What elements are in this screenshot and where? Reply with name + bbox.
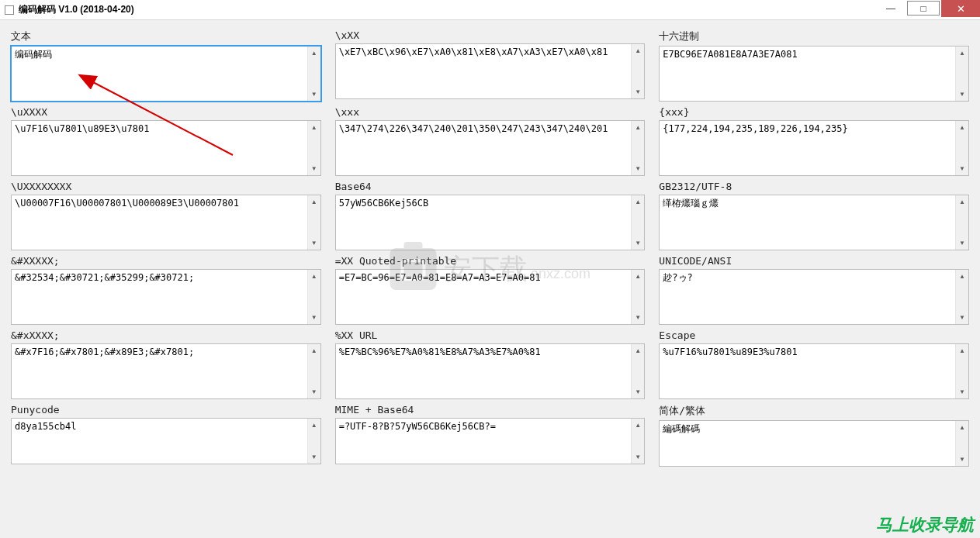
panel-trad: 简体/繁体 編碼解碼 ▲▼ — [659, 402, 969, 467]
scrollbar[interactable]: ▲▼ — [631, 44, 644, 98]
scrollbar[interactable]: ▲▼ — [955, 270, 968, 324]
value-gb2312[interactable]: 缂栫爜瑙ｇ爜 — [660, 195, 955, 250]
textarea-enthex[interactable]: &#x7F16;&#x7801;&#x89E3;&#x7801; ▲▼ — [11, 343, 321, 399]
scroll-up-icon[interactable]: ▲ — [308, 419, 320, 432]
window-controls: — □ ✕ — [874, 0, 980, 17]
scroll-up-icon[interactable]: ▲ — [308, 121, 320, 134]
scroll-down-icon[interactable]: ▼ — [308, 236, 320, 250]
minimize-button[interactable]: — — [874, 0, 907, 17]
scrollbar[interactable]: ▲▼ — [631, 121, 644, 175]
scroll-down-icon[interactable]: ▼ — [956, 453, 968, 466]
textarea-hex16[interactable]: E7BC96E7A081E8A7A3E7A081 ▲▼ — [659, 46, 969, 102]
scrollbar[interactable]: ▲▼ — [631, 344, 644, 398]
textarea-trad[interactable]: 編碼解碼 ▲▼ — [659, 420, 969, 467]
scrollbar[interactable]: ▲▼ — [955, 344, 968, 398]
scroll-up-icon[interactable]: ▲ — [956, 421, 968, 434]
textarea-qp[interactable]: =E7=BC=96=E7=A0=81=E8=A7=A3=E7=A0=81 ▲▼ — [335, 269, 646, 325]
scrollbar[interactable]: ▲▼ — [307, 47, 320, 101]
scroll-down-icon[interactable]: ▼ — [632, 311, 644, 324]
textarea-u8[interactable]: \U00007F16\U00007801\U000089E3\U00007801… — [11, 195, 321, 250]
label-unicode: UNICODE/ANSI — [659, 253, 969, 269]
textarea-bytes[interactable]: {177,224,194,235,189,226,194,235} ▲▼ — [659, 120, 969, 176]
scroll-up-icon[interactable]: ▲ — [632, 44, 644, 57]
scrollbar[interactable]: ▲▼ — [307, 195, 320, 250]
scroll-down-icon[interactable]: ▼ — [632, 85, 644, 98]
label-puny: Punycode — [11, 402, 321, 418]
scroll-down-icon[interactable]: ▼ — [308, 385, 320, 398]
scrollbar[interactable]: ▲▼ — [307, 270, 320, 324]
scroll-down-icon[interactable]: ▼ — [632, 385, 644, 398]
scroll-down-icon[interactable]: ▼ — [308, 162, 320, 175]
value-u4[interactable]: \u7F16\u7801\u89E3\u7801 — [12, 121, 307, 175]
maximize-button[interactable]: □ — [907, 1, 940, 16]
scroll-up-icon[interactable]: ▲ — [308, 344, 320, 357]
label-trad: 简体/繁体 — [659, 402, 969, 420]
scroll-down-icon[interactable]: ▼ — [308, 311, 320, 324]
value-base64[interactable]: 57yW56CB6Kej56CB — [336, 195, 632, 250]
scrollbar[interactable]: ▲▼ — [955, 121, 968, 175]
value-xhex[interactable]: \xE7\xBC\x96\xE7\xA0\x81\xE8\xA7\xA3\xE7… — [336, 44, 632, 98]
textarea-url[interactable]: %E7%BC%96%E7%A0%81%E8%A7%A3%E7%A0%81 ▲▼ — [335, 343, 646, 399]
scrollbar[interactable]: ▲▼ — [631, 195, 644, 250]
textarea-entdec[interactable]: &#32534;&#30721;&#35299;&#30721; ▲▼ — [11, 269, 321, 325]
scroll-up-icon[interactable]: ▲ — [308, 270, 320, 283]
scroll-down-icon[interactable]: ▼ — [956, 311, 968, 324]
value-mime[interactable]: =?UTF-8?B?57yW56CB6Kej56CB?= — [336, 419, 632, 464]
value-u8[interactable]: \U00007F16\U00007801\U000089E3\U00007801 — [12, 195, 307, 250]
scroll-up-icon[interactable]: ▲ — [632, 419, 644, 432]
value-url[interactable]: %E7%BC%96%E7%A0%81%E8%A7%A3%E7%A0%81 — [336, 344, 632, 398]
scrollbar[interactable]: ▲▼ — [631, 419, 644, 464]
textarea-puny[interactable]: d8ya155cb4l ▲▼ — [11, 418, 321, 464]
textarea-base64[interactable]: 57yW56CB6Kej56CB ▲▼ — [335, 195, 646, 250]
textarea-u4[interactable]: \u7F16\u7801\u89E3\u7801 ▲▼ — [11, 120, 321, 176]
textarea-octal[interactable]: \347\274\226\347\240\201\350\247\243\347… — [335, 120, 646, 176]
scroll-up-icon[interactable]: ▲ — [308, 47, 320, 60]
scroll-up-icon[interactable]: ▲ — [632, 121, 644, 134]
scrollbar[interactable]: ▲▼ — [631, 270, 644, 324]
value-bytes[interactable]: {177,224,194,235,189,226,194,235} — [660, 121, 955, 175]
close-button[interactable]: ✕ — [941, 0, 980, 17]
scroll-up-icon[interactable]: ▲ — [632, 195, 644, 209]
value-qp[interactable]: =E7=BC=96=E7=A0=81=E8=A7=A3=E7=A0=81 — [336, 270, 632, 324]
scroll-down-icon[interactable]: ▼ — [956, 162, 968, 175]
scrollbar[interactable]: ▲▼ — [307, 344, 320, 398]
textarea-mime[interactable]: =?UTF-8?B?57yW56CB6Kej56CB?= ▲▼ — [335, 418, 646, 464]
scroll-down-icon[interactable]: ▼ — [632, 162, 644, 175]
scroll-up-icon[interactable]: ▲ — [956, 270, 968, 283]
window-titlebar: 编码解码 V1.0 (2018-04-20) — □ ✕ — [0, 0, 980, 20]
scroll-up-icon[interactable]: ▲ — [632, 270, 644, 283]
scroll-up-icon[interactable]: ▲ — [308, 195, 320, 209]
scroll-down-icon[interactable]: ▼ — [308, 450, 320, 464]
value-entdec[interactable]: &#32534;&#30721;&#35299;&#30721; — [12, 270, 307, 324]
scroll-down-icon[interactable]: ▼ — [632, 450, 644, 464]
textarea-xhex[interactable]: \xE7\xBC\x96\xE7\xA0\x81\xE8\xA7\xA3\xE7… — [335, 43, 646, 99]
scroll-down-icon[interactable]: ▼ — [632, 236, 644, 250]
scroll-down-icon[interactable]: ▼ — [956, 88, 968, 101]
scrollbar[interactable]: ▲▼ — [307, 121, 320, 175]
value-enthex[interactable]: &#x7F16;&#x7801;&#x89E3;&#x7801; — [12, 344, 307, 398]
scrollbar[interactable]: ▲▼ — [955, 47, 968, 101]
scroll-up-icon[interactable]: ▲ — [956, 121, 968, 134]
scroll-up-icon[interactable]: ▲ — [632, 344, 644, 357]
scroll-up-icon[interactable]: ▲ — [956, 344, 968, 357]
value-escape[interactable]: %u7F16%u7801%u89E3%u7801 — [660, 344, 955, 398]
textarea-text[interactable]: 编码解码 ▲▼ — [11, 46, 321, 102]
value-unicode[interactable]: 赻?ゥ? — [660, 270, 955, 324]
scroll-down-icon[interactable]: ▼ — [956, 385, 968, 398]
value-puny[interactable]: d8ya155cb4l — [12, 419, 307, 464]
value-text[interactable]: 编码解码 — [12, 47, 307, 101]
scrollbar[interactable]: ▲▼ — [955, 421, 968, 466]
textarea-gb2312[interactable]: 缂栫爜瑙ｇ爜 ▲▼ — [659, 195, 969, 250]
textarea-unicode[interactable]: 赻?ゥ? ▲▼ — [659, 269, 969, 325]
scroll-down-icon[interactable]: ▼ — [308, 88, 320, 101]
label-url: %XX URL — [335, 328, 646, 343]
scroll-down-icon[interactable]: ▼ — [956, 236, 968, 250]
scrollbar[interactable]: ▲▼ — [307, 419, 320, 464]
value-hex16[interactable]: E7BC96E7A081E8A7A3E7A081 — [660, 47, 955, 101]
scroll-up-icon[interactable]: ▲ — [956, 195, 968, 209]
value-octal[interactable]: \347\274\226\347\240\201\350\247\243\347… — [336, 121, 632, 175]
textarea-escape[interactable]: %u7F16%u7801%u89E3%u7801 ▲▼ — [659, 343, 969, 399]
scroll-up-icon[interactable]: ▲ — [956, 47, 968, 60]
value-trad[interactable]: 編碼解碼 — [660, 421, 955, 466]
scrollbar[interactable]: ▲▼ — [955, 195, 968, 250]
